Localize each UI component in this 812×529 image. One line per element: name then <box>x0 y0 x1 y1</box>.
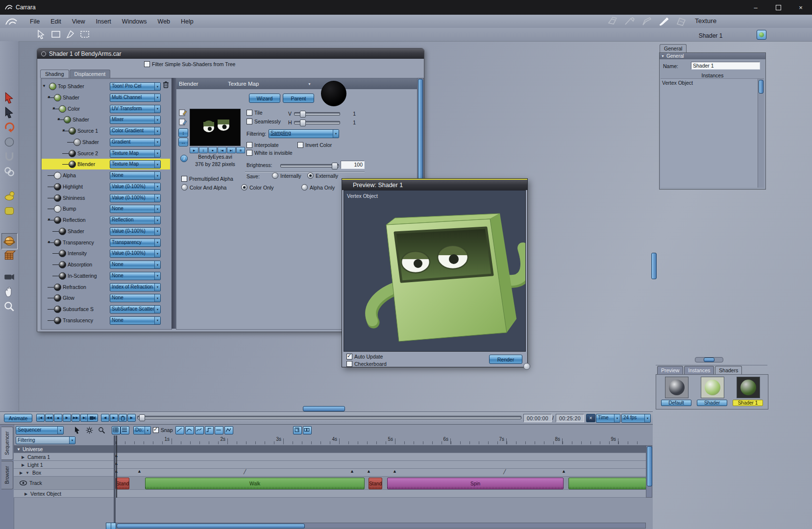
transport-button[interactable]: ■ <box>54 414 62 422</box>
tree-timeline-divider[interactable] <box>114 435 116 523</box>
shader-type-dropdown[interactable]: Texture Map▼ <box>110 160 161 168</box>
camera-view-button[interactable] <box>87 414 98 422</box>
instances-scrollbar[interactable] <box>758 79 764 188</box>
mini-transport-button[interactable]: |◀ <box>218 147 226 153</box>
tab-shaders[interactable]: Shaders <box>715 366 742 374</box>
shader-tree-row[interactable]: ShininessValue (0-100%)▼ <box>42 192 170 203</box>
swatch-label[interactable]: Default <box>661 400 691 406</box>
chevron-down-icon[interactable]: ▼ <box>25 471 29 475</box>
shader-type-dropdown[interactable]: UV Transform▼ <box>110 105 161 113</box>
shader-tree-row[interactable]: ▼ReflectionReflection▼ <box>42 215 170 225</box>
chevron-right-icon[interactable]: ▶ <box>22 463 25 467</box>
do-dropdown[interactable]: Do:▼ <box>133 426 151 434</box>
keyframe-marker[interactable]: ▲ <box>562 469 566 474</box>
shader-type-dropdown[interactable]: Transparency▼ <box>110 239 161 247</box>
primitive-duck-icon[interactable] <box>3 190 16 202</box>
shader-tree-row[interactable]: In-ScatteringNone▼ <box>42 270 170 281</box>
window-menu-icon[interactable] <box>41 51 46 56</box>
track-row-vertex-object[interactable]: ▶ Vertex Object <box>14 490 646 498</box>
shader-type-dropdown[interactable]: Index of Refraction▼ <box>110 283 161 291</box>
rotate-tool-icon[interactable] <box>3 121 16 134</box>
slider-thumb[interactable] <box>300 120 306 126</box>
tweener-button-0[interactable] <box>175 426 184 434</box>
light-sun-icon[interactable] <box>86 427 93 434</box>
parent-button[interactable]: Parent <box>283 94 314 103</box>
shader-tree-row[interactable]: GlowNone▼ <box>42 292 170 303</box>
menu-edit[interactable]: Edit <box>45 18 67 25</box>
sidetab-sequencer[interactable]: Sequencer <box>1 427 13 460</box>
texture-cube-tool-icon[interactable] <box>3 249 16 262</box>
mode-option[interactable]: Alpha Only <box>301 184 335 191</box>
sequencer-vscrollbar[interactable] <box>646 445 652 498</box>
tweener-button-3[interactable] <box>205 426 214 434</box>
expander-icon[interactable]: ▼ <box>47 217 51 222</box>
shader-tree-row[interactable]: ▼ColorUV Transform▼ <box>42 103 170 114</box>
playhead[interactable] <box>116 435 117 498</box>
step-keyframe-button[interactable]: ▶ <box>110 414 118 422</box>
camera-tool-icon[interactable] <box>3 270 16 283</box>
clear-time-button[interactable]: × <box>586 414 595 422</box>
mini-transport-button[interactable]: ⊞ <box>236 147 245 153</box>
auto-update-checkbox[interactable]: Auto Update <box>346 354 383 360</box>
white-invisible-checkbox[interactable]: White is invisible <box>246 150 293 156</box>
shader-type-dropdown[interactable]: None▼ <box>110 205 161 213</box>
chevron-right-icon[interactable]: ▶ <box>25 492 27 496</box>
shader-window-titlebar[interactable]: Shader 1 of BendyArms.car <box>37 48 424 59</box>
mini-transport-button[interactable]: ▶| <box>227 147 236 153</box>
select-arrow-icon[interactable] <box>36 29 46 39</box>
select-cursor-icon[interactable] <box>74 426 81 434</box>
shader-tree-row[interactable]: ShaderValue (0-100%)▼ <box>42 226 170 237</box>
lasso-select-icon[interactable] <box>66 29 75 39</box>
shader-type-dropdown[interactable]: Mixer▼ <box>110 116 161 124</box>
shader-tree-row[interactable]: TranslucencyNone▼ <box>42 315 170 326</box>
expander-icon[interactable]: ▼ <box>47 240 51 244</box>
menu-view[interactable]: View <box>67 18 91 25</box>
mode-option[interactable]: Color Only <box>241 184 274 191</box>
shader-type-dropdown[interactable]: Color Gradient▼ <box>110 127 161 135</box>
expander-icon[interactable]: ▼ <box>42 84 46 88</box>
track-row-universe[interactable]: ▼ Universe <box>14 445 646 453</box>
rect-marquee-icon[interactable] <box>51 30 61 39</box>
zoom-icon[interactable] <box>98 427 105 434</box>
end-time-display[interactable]: 00:25:20 <box>556 414 584 422</box>
sidetab-browser[interactable]: Browser <box>1 461 13 489</box>
keyframe-marker[interactable]: ▲ <box>393 469 397 474</box>
chevron-right-icon[interactable]: ▶ <box>20 471 23 475</box>
texture-room-icon[interactable] <box>658 16 670 26</box>
shader-tree-row[interactable]: Source 2Texture Map▼ <box>42 148 170 159</box>
minimize-button[interactable]: – <box>744 0 767 15</box>
timeline-clip[interactable]: Stand <box>116 478 129 489</box>
window-resize-grip[interactable] <box>523 363 530 370</box>
time-scrubber[interactable] <box>137 416 521 419</box>
filter-subshaders-checkbox[interactable]: Filter Simple Sub-Shaders from Tree <box>144 61 235 67</box>
time-mode-dropdown[interactable]: Time▼ <box>596 414 620 423</box>
shader-tree-row[interactable]: AlphaNone▼ <box>42 170 170 181</box>
texture-thumbnail[interactable] <box>190 109 241 146</box>
shader-type-dropdown[interactable]: None▼ <box>110 316 161 325</box>
mini-transport-button[interactable]: ■ <box>208 147 217 153</box>
mini-transport-button[interactable]: ▶ <box>190 147 198 153</box>
storyboard-room-icon[interactable] <box>641 16 653 26</box>
shader-tree-row[interactable]: Subsurface SSubSurface Scattering▼ <box>42 304 170 314</box>
tweener-button-4[interactable] <box>215 426 223 434</box>
dashed-marquee-icon[interactable] <box>80 30 90 39</box>
canvas-hscrollbar-thumb[interactable] <box>303 406 345 411</box>
shader-swatch[interactable]: Shader 1 <box>732 377 763 406</box>
filtering-dropdown[interactable]: Filtering▼ <box>16 436 75 444</box>
chevron-right-icon[interactable]: ▶ <box>22 455 25 459</box>
timeline-clip[interactable]: Stand <box>369 478 382 489</box>
pan-hand-tool-icon[interactable] <box>3 286 16 298</box>
brightness-value[interactable]: 100 <box>341 161 365 169</box>
shader-type-dropdown[interactable]: Reflection▼ <box>110 216 161 224</box>
maximize-button[interactable] <box>767 0 789 15</box>
tab-preview[interactable]: Preview <box>657 366 683 374</box>
mode-option[interactable]: Color And Alpha <box>181 184 226 191</box>
shader-type-dropdown[interactable]: None▼ <box>110 272 161 280</box>
keyframe-marker[interactable]: ▲ <box>350 469 354 474</box>
transport-button[interactable]: ▶ <box>63 414 71 422</box>
tweener-button-2[interactable] <box>195 426 204 434</box>
delete-keyframe-button[interactable] <box>119 414 127 422</box>
link-tool-icon[interactable] <box>3 165 16 178</box>
shader-tree-row[interactable]: RefractionIndex of Refraction▼ <box>42 282 170 292</box>
tile-checkbox[interactable]: Tile <box>246 110 263 116</box>
